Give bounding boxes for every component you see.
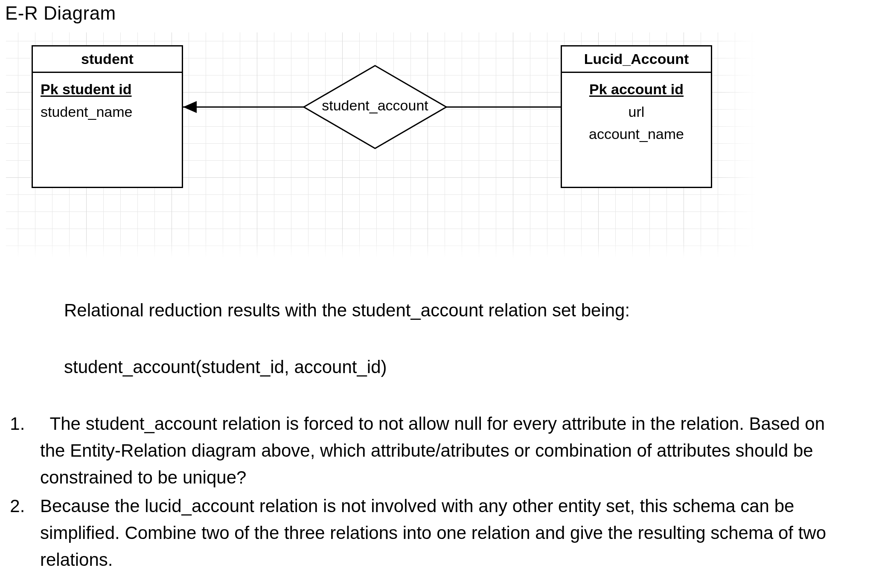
relationship-label: student_account: [322, 97, 428, 114]
body-text: Relational reduction results with the st…: [64, 297, 847, 573]
entity-student-pk: Pk student id: [41, 78, 174, 101]
er-diagram: student Pk student id student_name stude…: [6, 32, 757, 258]
page-title: E-R Diagram: [5, 3, 873, 24]
question-list: The student_account relation is forced t…: [30, 410, 847, 573]
schema-text: student_account(student_id, account_id): [64, 353, 847, 380]
question-2: Because the lucid_account relation is no…: [30, 492, 847, 573]
entity-student-attr-0: student_name: [41, 101, 174, 123]
svg-marker-1: [183, 101, 197, 113]
entity-lucid-account: Lucid_Account Pk account id url account_…: [561, 45, 712, 188]
entity-lucid-account-attr-1: account_name: [570, 123, 703, 145]
entity-student: student Pk student id student_name: [32, 45, 183, 188]
entity-student-title: student: [33, 46, 182, 72]
entity-lucid-account-title: Lucid_Account: [562, 46, 711, 72]
relationship-student-account: student_account: [303, 64, 448, 150]
entity-lucid-account-attr-0: url: [570, 101, 703, 123]
entity-lucid-account-pk: Pk account id: [570, 78, 703, 101]
question-1: The student_account relation is forced t…: [30, 410, 847, 491]
intro-text: Relational reduction results with the st…: [64, 297, 847, 324]
